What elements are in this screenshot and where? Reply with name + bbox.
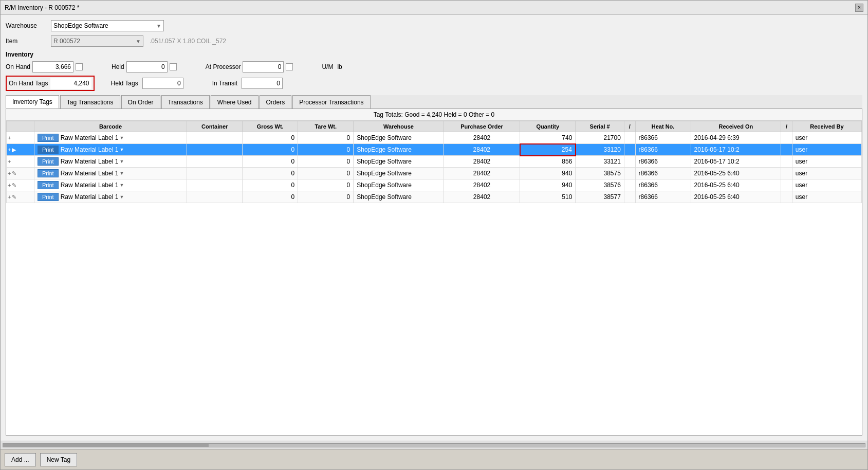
expand-icon[interactable]: + <box>8 147 11 153</box>
quantity-cell: 254 <box>520 144 576 156</box>
barcode-value: Raw Material Label 1 <box>61 146 119 153</box>
inventory-row2: On Hand Tags Held Tags In Transit <box>6 76 862 91</box>
expand-icon[interactable]: + <box>8 182 11 188</box>
col-barcode: Barcode <box>34 121 187 132</box>
item-dropdown[interactable]: R 000572 ▼ <box>51 35 143 47</box>
on-hand-tags-group: On Hand Tags <box>6 76 95 91</box>
warehouse-dropdown[interactable]: ShopEdge Software ▼ <box>51 20 164 31</box>
held-tags-label: Held Tags <box>111 80 138 87</box>
container-cell <box>187 144 243 156</box>
print-button[interactable]: Print <box>38 193 59 201</box>
tab-orders[interactable]: Orders <box>260 95 292 109</box>
held-input[interactable] <box>126 61 168 73</box>
table-row[interactable]: + Print Raw Material Label 1 ▼ 00ShopEdg… <box>7 156 862 168</box>
received-by-cell: user <box>792 191 861 203</box>
warehouse-value: ShopEdge Software <box>53 22 108 29</box>
gross-wt-cell: 0 <box>243 191 298 203</box>
on-hand-tags-input[interactable] <box>50 78 91 89</box>
table-row[interactable]: + Print Raw Material Label 1 ▼ 00ShopEdg… <box>7 132 862 144</box>
item-row: Item R 000572 ▼ .051/.057 X 1.80 COIL _5… <box>6 35 862 47</box>
warehouse-cell: ShopEdge Software <box>354 144 444 156</box>
close-button[interactable]: × <box>855 4 863 12</box>
serial-cell: 38576 <box>576 179 624 191</box>
at-processor-group: At Processor <box>206 61 293 73</box>
inventory-tags-table: Barcode Container Gross Wt. Tare Wt. War… <box>6 121 862 203</box>
tare-wt-cell: 0 <box>298 144 354 156</box>
edit-icon[interactable]: ✎ <box>12 170 16 177</box>
barcode-dropdown[interactable]: Raw Material Label 1 ▼ <box>61 134 124 141</box>
barcode-dropdown[interactable]: Raw Material Label 1 ▼ <box>61 170 124 177</box>
tab-tag-transactions[interactable]: Tag Transactions <box>60 95 120 109</box>
col-slash2: / <box>781 121 792 132</box>
quantity-cell: 940 <box>520 168 576 179</box>
heat-no-cell: r86366 <box>635 156 691 168</box>
warehouse-cell: ShopEdge Software <box>354 156 444 168</box>
row-control-cell: + <box>7 132 34 144</box>
tab-on-order[interactable]: On Order <box>121 95 160 109</box>
table-row[interactable]: +▶ Print Raw Material Label 1 ▼ 00ShopEd… <box>7 144 862 156</box>
slash2-cell <box>781 191 792 203</box>
table-row[interactable]: +✎ Print Raw Material Label 1 ▼ 00ShopEd… <box>7 179 862 191</box>
barcode-dropdown[interactable]: Raw Material Label 1 ▼ <box>61 182 124 189</box>
table-row[interactable]: +✎ Print Raw Material Label 1 ▼ 00ShopEd… <box>7 191 862 203</box>
scrollbar-track[interactable] <box>3 443 865 447</box>
warehouse-cell: ShopEdge Software <box>354 132 444 144</box>
tab-transactions[interactable]: Transactions <box>161 95 210 109</box>
edit-icon[interactable]: ✎ <box>12 194 16 201</box>
slash1-cell <box>624 144 635 156</box>
table-row[interactable]: +✎ Print Raw Material Label 1 ▼ 00ShopEd… <box>7 168 862 179</box>
expand-icon[interactable]: + <box>8 158 11 165</box>
scrollbar-thumb[interactable] <box>3 444 209 447</box>
tab-processor-transactions[interactable]: Processor Transactions <box>292 95 370 109</box>
warehouse-cell: ShopEdge Software <box>354 168 444 179</box>
edit-icon[interactable]: ✎ <box>12 182 16 189</box>
inventory-tags-table-wrapper[interactable]: Barcode Container Gross Wt. Tare Wt. War… <box>6 121 862 435</box>
on-hand-input[interactable] <box>32 61 73 73</box>
arrow-icon[interactable]: ▶ <box>12 147 16 153</box>
expand-icon[interactable]: + <box>8 135 11 141</box>
heat-no-cell: r86366 <box>635 179 691 191</box>
col-slash1: / <box>624 121 635 132</box>
barcode-cell: Print Raw Material Label 1 ▼ <box>34 156 187 168</box>
tab-where-used[interactable]: Where Used <box>211 95 258 109</box>
at-processor-checkbox[interactable] <box>286 63 293 70</box>
at-processor-input[interactable] <box>243 61 284 73</box>
print-button[interactable]: Print <box>38 157 59 166</box>
um-label: U/M <box>322 63 333 70</box>
in-transit-input[interactable] <box>242 78 283 89</box>
barcode-cell: Print Raw Material Label 1 ▼ <box>34 168 187 179</box>
title-bar: R/M Inventory - R 000572 * × <box>1 1 867 15</box>
received-on-cell: 2016-05-17 10:2 <box>691 144 781 156</box>
barcode-cell: Print Raw Material Label 1 ▼ <box>34 179 187 191</box>
serial-cell: 33121 <box>576 156 624 168</box>
new-tag-button[interactable]: New Tag <box>40 453 77 466</box>
print-button[interactable]: Print <box>38 181 59 189</box>
print-button[interactable]: Print <box>38 134 59 142</box>
print-button[interactable]: Print <box>38 169 59 177</box>
on-hand-checkbox[interactable] <box>76 63 83 70</box>
held-label: Held <box>112 63 124 70</box>
received-by-cell: user <box>792 144 861 156</box>
row-control-cell: +▶ <box>7 144 34 156</box>
add-button[interactable]: Add ... <box>5 453 36 466</box>
expand-icon[interactable]: + <box>8 194 11 200</box>
window-title: R/M Inventory - R 000572 * <box>5 4 79 11</box>
print-button[interactable]: Print <box>38 146 59 154</box>
warehouse-cell: ShopEdge Software <box>354 191 444 203</box>
held-tags-input[interactable] <box>142 78 183 89</box>
tab-inventory-tags[interactable]: Inventory Tags <box>6 95 59 109</box>
slash2-cell <box>781 144 792 156</box>
inventory-row1: On Hand Held At Processor U/M lb <box>6 61 862 73</box>
held-checkbox[interactable] <box>170 63 177 70</box>
barcode-dropdown[interactable]: Raw Material Label 1 ▼ <box>61 158 124 165</box>
horizontal-scrollbar[interactable] <box>1 441 867 449</box>
gross-wt-cell: 0 <box>243 168 298 179</box>
slash2-cell <box>781 156 792 168</box>
expand-icon[interactable]: + <box>8 170 11 176</box>
slash1-cell <box>624 179 635 191</box>
heat-no-cell: r86366 <box>635 132 691 144</box>
barcode-dropdown-arrow: ▼ <box>119 135 124 140</box>
barcode-dropdown[interactable]: Raw Material Label 1 ▼ <box>61 193 124 201</box>
inventory-label: Inventory <box>6 51 862 58</box>
barcode-dropdown[interactable]: Raw Material Label 1 ▼ <box>61 146 124 153</box>
